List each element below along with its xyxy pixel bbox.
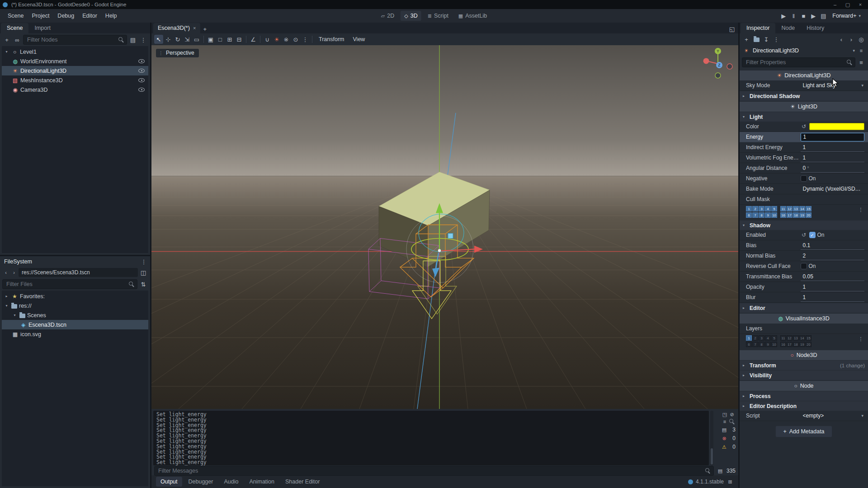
rotate-tool-button[interactable]: ↻ [173,35,182,44]
play-button[interactable]: ▶ [779,11,788,20]
history-forward-button[interactable]: › [847,35,856,44]
menu-project[interactable]: Project [28,10,53,21]
viewport-3d[interactable]: Y Z ⋮ Perspective [151,45,738,409]
scene-tab[interactable]: Escena3D(*) × [153,23,200,33]
transmittance-bias-field[interactable]: 0.05 [801,272,864,281]
shadow-enabled-checkbox[interactable]: ✓ [809,232,816,238]
current-path[interactable]: res://Scenes/Escena3D.tscn [19,268,138,277]
expander-icon[interactable]: ▸ [4,294,9,298]
section-transform[interactable]: ▸ Transform (1 change) [740,361,868,370]
layer-cell[interactable]: 13 [793,335,799,341]
layer-cell[interactable]: 17 [787,342,793,347]
resource-menu-button[interactable]: ⋮ [772,35,781,44]
extra-resources-icon[interactable]: ≡ [858,47,865,54]
layer-cell[interactable]: 11 [780,335,786,341]
layer-cell[interactable]: 2 [752,335,758,341]
section-editor-description[interactable]: ▸ Editor Description [740,401,868,411]
workspace-assetlib[interactable]: ▦AssetLib [455,11,491,21]
indirect-energy-field[interactable]: 1 [801,143,864,152]
layer-cell[interactable]: 9 [765,342,771,347]
lock-button[interactable]: ▣ [206,35,215,44]
section-process[interactable]: ▸ Process [740,391,868,401]
layer-cell[interactable]: 10 [771,342,777,347]
visibility-eye-icon[interactable] [138,88,145,92]
blur-field[interactable]: 1 [801,293,864,302]
scale-tool-button[interactable]: ⇲ [183,35,192,44]
tree-node-directionallight3d[interactable]: ☀ DirectionalLight3D [2,66,148,75]
tab-audio[interactable]: Audio [219,477,243,487]
pause-button[interactable]: ‖ [789,11,798,20]
expander-icon[interactable]: ▾ [12,313,18,317]
layer-cell[interactable]: 14 [799,206,805,211]
nav-back-button[interactable]: ‹ [2,269,9,276]
property-tools-button[interactable]: ≡ [857,58,866,67]
layer-cell[interactable]: 7 [752,342,758,347]
opacity-field[interactable]: 1 [801,283,864,291]
view-menu[interactable]: View [349,34,369,45]
renderer-select[interactable]: Forward+▾ [829,11,864,20]
layer-cell[interactable]: 4 [765,206,771,211]
sort-files-button[interactable]: ⇅ [139,280,148,289]
layer-cell[interactable]: 4 [765,335,771,341]
menu-debug[interactable]: Debug [53,10,78,21]
filter-files-input[interactable] [2,279,137,289]
stop-button[interactable]: ■ [799,11,808,20]
copy-log-button[interactable]: ◳ [721,411,728,418]
save-resource-button[interactable]: ↧ [762,35,771,44]
filesystem-menu-button[interactable]: ⋮ [139,257,148,266]
layer-cell[interactable]: 6 [746,212,752,218]
edited-object-row[interactable]: ☀ DirectionalLight3D ▾ ≡ [740,45,868,56]
layer-cell[interactable]: 20 [806,342,811,347]
revert-icon[interactable]: ↺ [801,232,807,238]
energy-input[interactable] [801,133,864,141]
object-options-button[interactable]: ◎ [857,35,866,44]
tab-animation[interactable]: Animation [245,477,279,487]
layer-cell[interactable]: 9 [765,212,771,218]
tab-shader-editor[interactable]: Shader Editor [281,477,324,487]
unlock-button[interactable]: □ [216,35,225,44]
layer-cell[interactable]: 1 [746,335,752,341]
layer-cell[interactable]: 17 [787,212,793,218]
attach-script-button[interactable]: ▤ [128,35,137,44]
error-count[interactable]: ⊗ 0 [721,434,736,442]
layer-cell[interactable]: 15 [806,335,811,341]
perspective-menu[interactable]: ⋮ Perspective [156,49,199,57]
layer-cell[interactable]: 8 [759,212,764,218]
tab-import[interactable]: Import [28,23,56,33]
movie-mode-button[interactable]: ▤ [819,11,828,20]
menu-scene[interactable]: Scene [4,10,28,21]
new-scene-tab-button[interactable]: + [200,24,209,33]
reverse-cull-face-checkbox[interactable]: ✓ [801,263,807,269]
revert-icon[interactable]: ↺ [801,123,807,130]
section-light[interactable]: ▾ Light [740,112,868,122]
move-tool-button[interactable]: ⊹ [164,35,173,44]
workspace-3d[interactable]: ◇3D [401,11,421,21]
expand-viewport-button[interactable]: ◱ [727,24,736,33]
preview-sun-button[interactable]: ☀ [272,35,281,44]
layer-cell[interactable]: 18 [793,342,799,347]
clear-log-button[interactable]: ⊘ [728,411,736,418]
scene-tree-menu-button[interactable]: ⋮ [139,35,148,44]
tab-debugger[interactable]: Debugger [184,477,218,487]
visibility-eye-icon[interactable] [138,78,145,82]
output-log[interactable]: Set light_energySet light_energySet ligh… [153,411,709,465]
workspace-script[interactable]: ≣Script [424,11,452,21]
layer-cell[interactable]: 19 [799,212,805,218]
nav-forward-button[interactable]: › [10,269,18,276]
layer-cell[interactable]: 10 [771,212,777,218]
file-row-scenes[interactable]: ▾ Scenes [2,310,148,320]
tree-node-level1[interactable]: ▾ ○ Level1 [2,47,148,56]
collapse-log-button[interactable]: ≡ [721,418,728,425]
section-editor[interactable]: ▸ Editor [740,303,868,313]
tab-node[interactable]: Node [775,23,801,33]
layer-cell[interactable]: 18 [793,212,799,218]
add-metadata-button[interactable]: + Add Metadata [775,426,832,437]
snap-options-button[interactable]: ※ [282,35,291,44]
section-visibility[interactable]: ▸ Visibility [740,371,868,380]
history-back-button[interactable]: ‹ [837,35,846,44]
volumetric-fog-energy-field[interactable]: 1 [801,154,864,162]
tree-node-meshinstance3d[interactable]: ▧ MeshInstance3D [2,75,148,85]
color-swatch[interactable] [809,123,864,130]
layer-cell[interactable]: 8 [759,342,764,347]
layer-cell[interactable]: 19 [799,342,805,347]
